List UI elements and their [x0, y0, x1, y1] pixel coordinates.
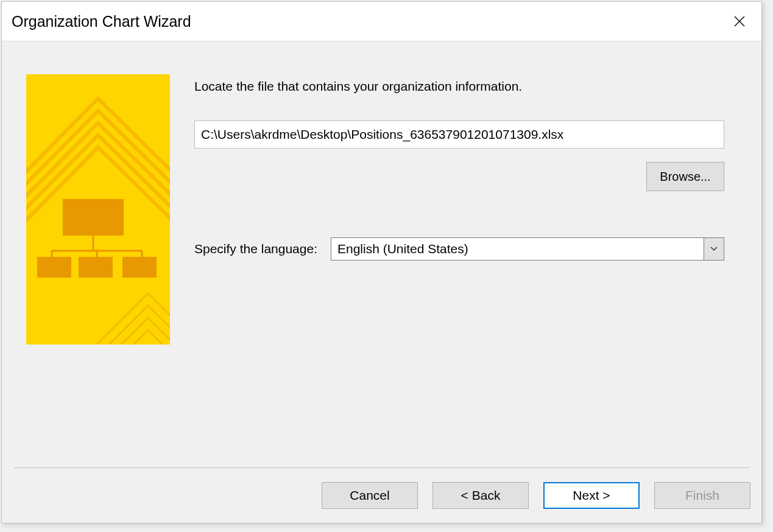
wizard-graphic: [26, 74, 170, 345]
browse-row: Browse...: [194, 162, 724, 191]
wizard-dialog: Organization Chart Wizard: [1, 1, 762, 523]
close-icon: [733, 15, 746, 27]
finish-button: Finish: [654, 482, 750, 509]
form-area: Locate the file that contains your organ…: [170, 74, 739, 467]
svg-rect-11: [122, 257, 157, 278]
language-select-wrap: [331, 237, 724, 261]
file-path-input[interactable]: [194, 121, 724, 149]
next-button[interactable]: Next >: [543, 482, 640, 509]
svg-rect-9: [37, 257, 71, 278]
main-content: Locate the file that contains your organ…: [2, 41, 761, 467]
dialog-title: Organization Chart Wizard: [12, 13, 191, 30]
titlebar: Organization Chart Wizard: [2, 2, 761, 41]
language-row: Specify the language:: [194, 237, 739, 261]
button-bar: Cancel < Back Next > Finish: [2, 468, 761, 523]
svg-rect-10: [79, 257, 113, 278]
instruction-text: Locate the file that contains your organ…: [194, 79, 739, 94]
cancel-button[interactable]: Cancel: [322, 482, 418, 509]
svg-rect-3: [63, 199, 124, 236]
language-select[interactable]: [331, 237, 724, 261]
back-button[interactable]: < Back: [432, 482, 529, 509]
content-area: Locate the file that contains your organ…: [2, 41, 761, 523]
org-chart-graphic-icon: [26, 74, 170, 345]
close-button[interactable]: [727, 9, 752, 33]
browse-button[interactable]: Browse...: [646, 162, 724, 191]
language-label: Specify the language:: [194, 242, 331, 256]
